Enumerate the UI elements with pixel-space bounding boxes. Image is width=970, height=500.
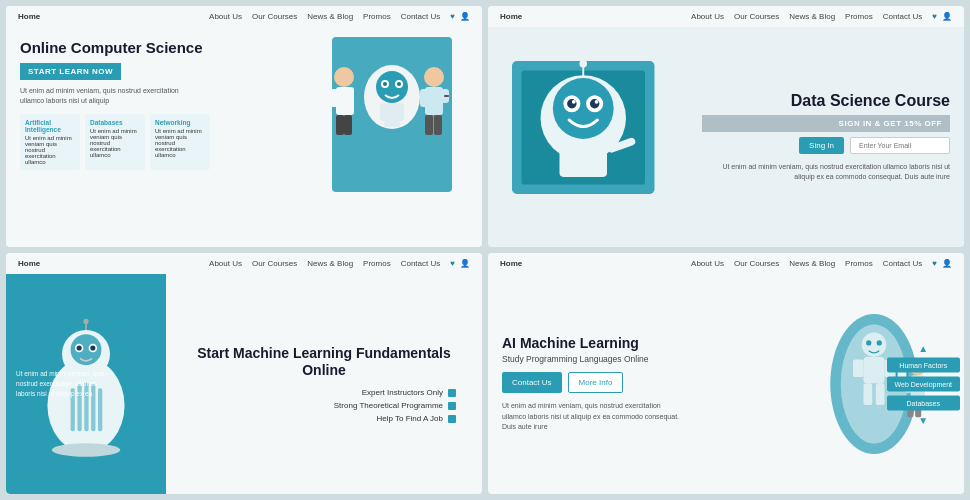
panel-4-tags: ▲ Human Factors Web Development Database… xyxy=(887,343,960,426)
heart-icon-2[interactable]: ♥ xyxy=(932,12,937,21)
heart-icon-3[interactable]: ♥ xyxy=(450,259,455,268)
card-db-title: Databases xyxy=(90,119,140,126)
panel-3-text: Start Machine Learning Fundamentals Onli… xyxy=(166,274,482,494)
svg-rect-17 xyxy=(420,89,428,107)
nav-2: Home About Us Our Courses News & Blog Pr… xyxy=(488,6,964,27)
sign-in-button[interactable]: Sing In xyxy=(799,137,844,154)
svg-point-9 xyxy=(334,67,354,87)
nav-about-2[interactable]: About Us xyxy=(691,12,724,21)
email-input[interactable] xyxy=(850,137,950,154)
nav-courses-2[interactable]: Our Courses xyxy=(734,12,779,21)
svg-point-28 xyxy=(567,99,577,109)
tag-human-factors[interactable]: Human Factors xyxy=(887,358,960,373)
panel-4-robot: ▲ Human Factors Web Development Database… xyxy=(784,274,964,494)
nav-contact-2[interactable]: Contact Us xyxy=(883,12,923,21)
panel-2-robot xyxy=(488,27,688,247)
feature-2-label: Strong Theoretical Programme xyxy=(334,401,443,410)
card-db: Databases Ut enim ad minim veniam quis n… xyxy=(85,114,145,170)
tag-databases[interactable]: Databases xyxy=(887,396,960,411)
svg-rect-54 xyxy=(864,357,885,383)
tag-arrow-up[interactable]: ▲ xyxy=(887,343,960,354)
svg-rect-32 xyxy=(560,148,608,177)
svg-point-15 xyxy=(424,67,444,87)
tag-web-development[interactable]: Web Development xyxy=(887,377,960,392)
nav-about-1[interactable]: About Us xyxy=(209,12,242,21)
svg-point-25 xyxy=(553,78,614,139)
card-net-desc: Ut enim ad minim veniam quis nostrud exe… xyxy=(155,128,205,158)
nav-icons-2: ♥ 👤 xyxy=(932,12,952,21)
nav-contact-1[interactable]: Contact Us xyxy=(401,12,441,21)
nav-news-3[interactable]: News & Blog xyxy=(307,259,353,268)
nav-icons-4: ♥ 👤 xyxy=(932,259,952,268)
panel-2-desc: Ut enim ad minim veniam, quis nostrud ex… xyxy=(702,162,950,183)
nav-home-4[interactable]: Home xyxy=(500,259,522,268)
svg-rect-11 xyxy=(330,89,338,107)
heart-icon[interactable]: ♥ xyxy=(450,12,455,21)
panel-computer-science: Home About Us Our Courses News & Blog Pr… xyxy=(6,6,482,247)
user-icon-4[interactable]: 👤 xyxy=(942,259,952,268)
feature-1: Expert Instructors Only xyxy=(362,388,456,397)
svg-rect-12 xyxy=(346,89,354,107)
svg-point-60 xyxy=(877,340,882,345)
panel-3-content: Ut enim ad minim veniam, quis nostrud ex… xyxy=(6,274,482,494)
feature-3-dot xyxy=(448,415,456,423)
nav-home-3[interactable]: Home xyxy=(18,259,40,268)
nav-news-1[interactable]: News & Blog xyxy=(307,12,353,21)
nav-3: Home About Us Our Courses News & Blog Pr… xyxy=(6,253,482,274)
svg-point-49 xyxy=(83,319,88,324)
nav-courses-4[interactable]: Our Courses xyxy=(734,259,779,268)
svg-rect-20 xyxy=(425,115,433,135)
panel-2-svg xyxy=(488,42,688,232)
tag-arrow-down[interactable]: ▼ xyxy=(887,415,960,426)
panel-1-cta[interactable]: START LEARN NOW xyxy=(20,63,121,80)
panel-4-text: AI Machine Learning Study Programming La… xyxy=(488,274,784,494)
nav-contact-3[interactable]: Contact Us xyxy=(401,259,441,268)
panel-data-science: Home About Us Our Courses News & Blog Pr… xyxy=(488,6,964,247)
nav-about-3[interactable]: About Us xyxy=(209,259,242,268)
svg-rect-14 xyxy=(344,115,352,135)
nav-courses-3[interactable]: Our Courses xyxy=(252,259,297,268)
svg-rect-19 xyxy=(444,95,449,97)
svg-point-31 xyxy=(595,100,599,104)
nav-icons-1: ♥ 👤 xyxy=(450,12,470,21)
nav-items-2: About Us Our Courses News & Blog Promos … xyxy=(691,12,922,21)
panel-3-features: Expert Instructors Only Strong Theoretic… xyxy=(182,388,466,423)
feature-1-dot xyxy=(448,389,456,397)
nav-items-1: About Us Our Courses News & Blog Promos … xyxy=(209,12,440,21)
card-ai-title: Artificial Intelligence xyxy=(25,119,75,133)
nav-promos-1[interactable]: Promos xyxy=(363,12,391,21)
nav-news-4[interactable]: News & Blog xyxy=(789,259,835,268)
nav-promos-2[interactable]: Promos xyxy=(845,12,873,21)
nav-promos-3[interactable]: Promos xyxy=(363,259,391,268)
user-icon-3[interactable]: 👤 xyxy=(460,259,470,268)
panel-3-title: Start Machine Learning Fundamentals Onli… xyxy=(182,345,466,379)
contact-us-button[interactable]: Contact Us xyxy=(502,372,562,393)
panel-3-left-text: Ut enim ad minim veniam, quis nostrud ex… xyxy=(16,369,106,398)
nav-about-4[interactable]: About Us xyxy=(691,259,724,268)
panel-4-title: AI Machine Learning xyxy=(502,335,770,351)
user-icon-2[interactable]: 👤 xyxy=(942,12,952,21)
svg-point-6 xyxy=(397,82,401,86)
heart-icon-4[interactable]: ♥ xyxy=(932,259,937,268)
svg-point-50 xyxy=(52,443,121,457)
card-ai: Artificial Intelligence Ut enim ad minim… xyxy=(20,114,80,170)
panel-2-cta: SIGN IN & GET 15% OFF xyxy=(702,115,950,132)
nav-courses-1[interactable]: Our Courses xyxy=(252,12,297,21)
svg-point-46 xyxy=(77,345,82,350)
panel-1-illustration xyxy=(272,27,482,247)
nav-items-4: About Us Our Courses News & Blog Promos … xyxy=(691,259,922,268)
nav-home-2[interactable]: Home xyxy=(500,12,522,21)
svg-rect-7 xyxy=(380,103,404,121)
svg-rect-13 xyxy=(336,115,344,135)
nav-contact-4[interactable]: Contact Us xyxy=(883,259,923,268)
panel-1-svg xyxy=(272,27,482,227)
panel-2-content: Data Science Course SIGN IN & GET 15% OF… xyxy=(488,27,964,247)
feature-2: Strong Theoretical Programme xyxy=(334,401,456,410)
more-info-button[interactable]: More Info xyxy=(568,372,624,393)
panel-3-robot: Ut enim ad minim veniam, quis nostrud ex… xyxy=(6,274,166,494)
nav-home-1[interactable]: Home xyxy=(18,12,40,21)
nav-promos-4[interactable]: Promos xyxy=(845,259,873,268)
card-db-desc: Ut enim ad minim veniam quis nostrud exe… xyxy=(90,128,140,158)
user-icon[interactable]: 👤 xyxy=(460,12,470,21)
nav-news-2[interactable]: News & Blog xyxy=(789,12,835,21)
